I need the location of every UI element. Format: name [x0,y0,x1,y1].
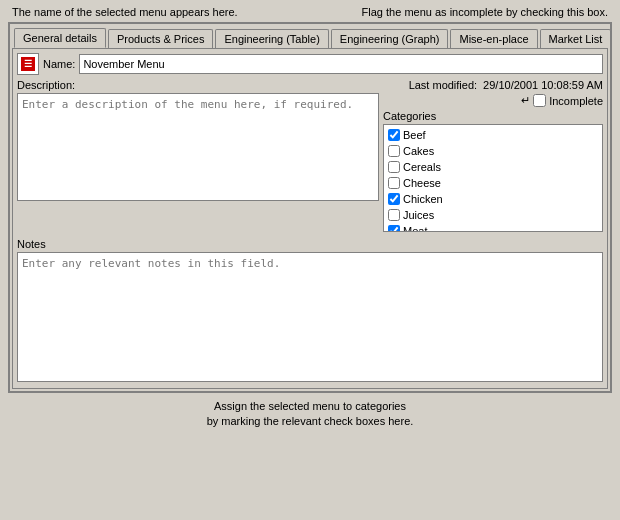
notes-section: Notes [17,238,603,384]
tab-content: ☰ Name: Description: Last modified: 29/1… [12,48,608,389]
left-panel: Description: [17,79,379,232]
category-name: Cakes [403,143,434,159]
list-item: Cakes [386,143,600,159]
meta-row: Last modified: 29/10/2001 10:08:59 AM [383,79,603,91]
middle-section: Description: Last modified: 29/10/2001 1… [17,79,603,232]
tab-engineering-table[interactable]: Engineering (Table) [215,29,328,48]
name-input[interactable] [79,54,603,74]
category-checkbox-meat[interactable] [388,225,400,232]
category-checkbox-cheese[interactable] [388,177,400,189]
last-modified-label: Last modified: [409,79,477,91]
return-icon: ↵ [521,94,530,107]
name-row: ☰ Name: [17,53,603,75]
tab-general-details[interactable]: General details [14,28,106,48]
category-checkbox-juices[interactable] [388,209,400,221]
incomplete-checkbox[interactable] [533,94,546,107]
category-checkbox-cereals[interactable] [388,161,400,173]
list-item: Cereals [386,159,600,175]
category-checkbox-beef[interactable] [388,129,400,141]
tooltip-right: Flag the menu as incomplete by checking … [362,6,608,18]
tab-products-prices[interactable]: Products & Prices [108,29,213,48]
category-checkbox-cakes[interactable] [388,145,400,157]
bottom-tooltip-line1: Assign the selected menu to categories [214,400,406,412]
right-panel: Last modified: 29/10/2001 10:08:59 AM ↵ … [383,79,603,232]
category-name: Chicken [403,191,443,207]
incomplete-label: Incomplete [549,95,603,107]
list-item: Cheese [386,175,600,191]
tab-engineering-graph[interactable]: Engineering (Graph) [331,29,449,48]
bottom-tooltip: Assign the selected menu to categories b… [0,399,620,430]
main-container: General details Products & Prices Engine… [8,22,612,393]
description-label: Description: [17,79,379,91]
tooltip-left: The name of the selected menu appears he… [12,6,238,18]
notes-textarea[interactable] [17,252,603,382]
category-name: Juices [403,207,434,223]
tab-market-list[interactable]: Market List [540,29,612,48]
category-name: Beef [403,127,426,143]
list-item: Beef [386,127,600,143]
categories-list: BeefCakesCerealsCheeseChickenJuicesMeatN… [383,124,603,232]
category-name: Cheese [403,175,441,191]
bottom-tooltip-line2: by marking the relevant check boxes here… [207,415,414,427]
list-item: Chicken [386,191,600,207]
list-item: Meat [386,223,600,232]
list-item: Juices [386,207,600,223]
category-checkbox-chicken[interactable] [388,193,400,205]
categories-label: Categories [383,110,603,122]
category-name: Meat [403,223,427,232]
description-textarea[interactable] [17,93,379,201]
notes-label: Notes [17,238,603,250]
name-label: Name: [43,58,75,70]
tooltip-bar: The name of the selected menu appears he… [0,0,620,22]
category-name: Cereals [403,159,441,175]
menu-icon: ☰ [21,57,35,71]
menu-icon-box[interactable]: ☰ [17,53,39,75]
tabs-row: General details Products & Prices Engine… [12,26,608,48]
last-modified-value: 29/10/2001 10:08:59 AM [483,79,603,91]
incomplete-row: ↵ Incomplete [383,94,603,107]
tab-mise-en-place[interactable]: Mise-en-place [450,29,537,48]
